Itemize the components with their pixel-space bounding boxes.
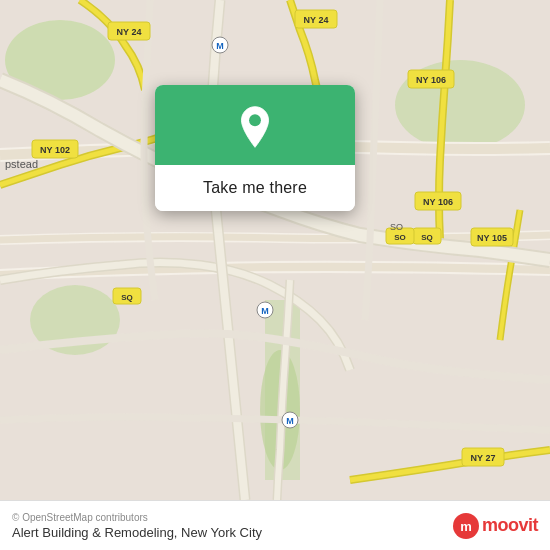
svg-text:M: M [261, 306, 269, 316]
svg-text:m: m [460, 519, 472, 534]
take-me-there-button[interactable]: Take me there [155, 165, 355, 211]
location-pin-icon [233, 105, 277, 149]
svg-text:pstead: pstead [5, 158, 38, 170]
popup-green-area [155, 85, 355, 165]
svg-text:M: M [216, 41, 224, 51]
bottom-bar: © OpenStreetMap contributors Alert Build… [0, 500, 550, 550]
svg-text:NY 24: NY 24 [117, 27, 142, 37]
copyright-text: © OpenStreetMap contributors [12, 512, 262, 523]
moovit-text: moovit [482, 515, 538, 536]
svg-text:SO: SO [390, 222, 403, 232]
svg-text:NY 102: NY 102 [40, 145, 70, 155]
moovit-icon: m [452, 512, 480, 540]
map-container: NY 24 NY 24 NY 102 NY 106 NY 106 NY 105 … [0, 0, 550, 500]
svg-text:NY 24: NY 24 [304, 15, 329, 25]
svg-text:SQ: SQ [121, 293, 133, 302]
svg-text:NY 105: NY 105 [477, 233, 507, 243]
map-background: NY 24 NY 24 NY 102 NY 106 NY 106 NY 105 … [0, 0, 550, 500]
business-name: Alert Building & Remodeling, New York Ci… [12, 525, 262, 540]
svg-text:SQ: SQ [421, 233, 433, 242]
svg-point-34 [249, 114, 261, 126]
moovit-logo: m moovit [452, 512, 538, 540]
svg-text:NY 106: NY 106 [416, 75, 446, 85]
popup-card: Take me there [155, 85, 355, 211]
svg-text:NY 27: NY 27 [471, 453, 496, 463]
bottom-left-info: © OpenStreetMap contributors Alert Build… [12, 512, 262, 540]
svg-text:SO: SO [394, 233, 406, 242]
svg-text:M: M [286, 416, 294, 426]
svg-text:NY 106: NY 106 [423, 197, 453, 207]
